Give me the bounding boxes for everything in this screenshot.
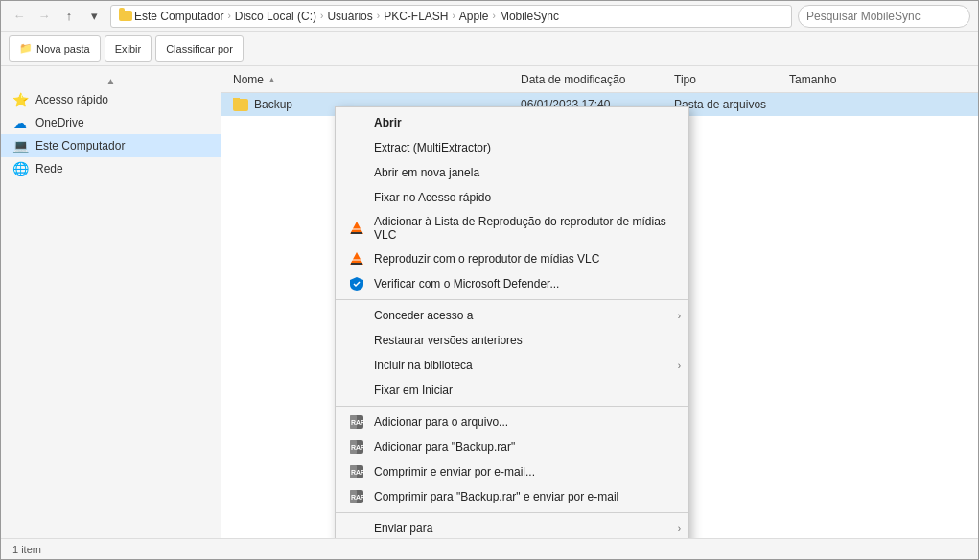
ctx-item-extract[interactable]: Extract (MultiExtractor) <box>336 135 688 160</box>
ctx-item-add-archive[interactable]: RAR Adicionar para o arquivo... <box>336 409 688 434</box>
ctx-item-vlc-add[interactable]: Adicionar à Lista de Reprodução do repro… <box>336 210 688 246</box>
ctx-label-vlc-play: Reproduzir com o reprodutor de mídias VL… <box>374 252 599 266</box>
ctx-label-open: Abrir <box>374 116 402 129</box>
svg-text:RAR: RAR <box>351 469 364 476</box>
ctx-arrow-grant-access: › <box>678 311 681 321</box>
ctx-label-pin-quick-access: Fixar no Acesso rápido <box>374 191 491 204</box>
sort-button[interactable]: Classificar por <box>155 35 244 62</box>
folder-icon <box>233 99 248 111</box>
svg-rect-4 <box>352 259 361 261</box>
ctx-item-open-new-window[interactable]: Abrir em nova janela <box>336 160 688 185</box>
view-button[interactable]: Exibir <box>105 35 152 62</box>
ctx-item-vlc-play[interactable]: Reproduzir com o reprodutor de mídias VL… <box>336 246 688 271</box>
ctx-item-grant-access[interactable]: Conceder acesso a› <box>336 303 688 328</box>
svg-text:RAR: RAR <box>351 419 364 426</box>
ctx-icon-vlc-add <box>347 221 366 236</box>
svg-text:RAR: RAR <box>351 494 364 501</box>
main-content: ▲ ⭐ Acesso rápido ☁ OneDrive 💻 Este Comp… <box>1 66 978 538</box>
file-explorer-window: ← → ↑ ▾ Este Computador › Disco Local (C… <box>0 0 979 560</box>
ctx-item-include-library[interactable]: Incluir na biblioteca› <box>336 353 688 378</box>
file-area: Nome ▲ Data de modificação Tipo Tamanho <box>221 66 978 538</box>
ctx-icon-include-library <box>347 358 366 373</box>
breadcrumb-item-1[interactable]: Disco Local (C:) <box>235 10 316 23</box>
ctx-label-restore-versions: Restaurar versões anteriores <box>374 334 523 347</box>
ctx-icon-compress-email: RAR <box>347 464 366 479</box>
ctx-item-pin-quick-access[interactable]: Fixar no Acesso rápido <box>336 185 688 210</box>
ctx-item-send-to[interactable]: Enviar para› <box>336 516 688 538</box>
col-header-date[interactable]: Data de modificação <box>513 66 666 92</box>
ctx-item-add-backup-rar[interactable]: RAR Adicionar para "Backup.rar" <box>336 434 688 459</box>
ctx-item-compress-backup-email[interactable]: RAR Comprimir para "Backup.rar" e enviar… <box>336 484 688 509</box>
ctx-icon-add-archive: RAR <box>347 414 366 430</box>
ctx-item-restore-versions[interactable]: Restaurar versões anteriores <box>336 328 688 353</box>
sidebar-item-label: Este Computador <box>35 139 125 152</box>
col-header-type[interactable]: Tipo <box>666 66 781 92</box>
sidebar-item-label: OneDrive <box>35 116 84 129</box>
svg-text:RAR: RAR <box>351 444 364 451</box>
ctx-label-add-archive: Adicionar para o arquivo... <box>374 415 508 429</box>
sidebar: ▲ ⭐ Acesso rápido ☁ OneDrive 💻 Este Comp… <box>1 66 221 538</box>
sidebar-item-label: Rede <box>35 162 63 175</box>
ctx-icon-open <box>347 115 366 130</box>
sidebar-item-this-computer[interactable]: 💻 Este Computador <box>1 134 221 157</box>
forward-button[interactable]: → <box>34 6 55 27</box>
breadcrumb-sep-4: › <box>493 11 496 21</box>
breadcrumb-item-0[interactable]: Este Computador <box>134 10 223 23</box>
sidebar-item-quick-access[interactable]: ⭐ Acesso rápido <box>1 88 221 111</box>
ctx-label-send-to: Enviar para <box>374 522 432 535</box>
ctx-icon-add-backup-rar: RAR <box>347 439 366 455</box>
ctx-icon-defender <box>347 276 366 292</box>
nav-buttons: ← → ↑ ▾ <box>9 6 105 27</box>
breadcrumb-sep-2: › <box>377 11 380 21</box>
ctx-icon-pin-quick-access <box>347 190 366 205</box>
ctx-label-compress-backup-email: Comprimir para "Backup.rar" e enviar por… <box>374 490 618 503</box>
ctx-label-open-new-window: Abrir em nova janela <box>374 166 479 179</box>
ctx-icon-pin-start <box>347 383 366 398</box>
col-header-size[interactable]: Tamanho <box>781 66 877 92</box>
ctx-label-include-library: Incluir na biblioteca <box>374 359 473 372</box>
ctx-separator <box>336 299 688 300</box>
ctx-label-pin-start: Fixar em Iniciar <box>374 384 453 397</box>
ctx-item-defender[interactable]: Verificar com o Microsoft Defender... <box>336 271 688 296</box>
svg-rect-5 <box>351 263 362 265</box>
breadcrumb-item-4[interactable]: Apple <box>459 10 489 23</box>
quick-access-icon: ⭐ <box>12 92 28 107</box>
sidebar-item-onedrive[interactable]: ☁ OneDrive <box>1 111 221 134</box>
ctx-icon-compress-backup-email: RAR <box>347 489 366 504</box>
ctx-icon-restore-versions <box>347 333 366 348</box>
svg-rect-2 <box>351 232 362 234</box>
onedrive-icon: ☁ <box>12 115 28 130</box>
ctx-icon-vlc-play <box>347 251 366 267</box>
breadcrumb-item-2[interactable]: Usuários <box>327 10 372 23</box>
ctx-separator <box>336 406 688 407</box>
up-button[interactable]: ↑ <box>58 6 80 27</box>
sort-arrow: ▲ <box>268 75 276 84</box>
back-button[interactable]: ← <box>9 6 30 27</box>
breadcrumb-folder-icon <box>119 11 132 21</box>
ctx-icon-grant-access <box>347 308 366 323</box>
new-folder-icon: 📁 <box>19 42 33 55</box>
breadcrumb-sep-3: › <box>453 11 455 21</box>
breadcrumb[interactable]: Este Computador › Disco Local (C:) › Usu… <box>110 5 792 28</box>
context-menu: AbrirExtract (MultiExtractor)Abrir em no… <box>335 106 689 538</box>
column-headers: Nome ▲ Data de modificação Tipo Tamanho <box>221 66 978 93</box>
ctx-label-extract: Extract (MultiExtractor) <box>374 141 491 154</box>
search-input[interactable] <box>798 5 970 28</box>
ctx-label-defender: Verificar com o Microsoft Defender... <box>374 277 559 291</box>
sidebar-scroll-top: ▲ <box>1 74 221 88</box>
recent-button[interactable]: ▾ <box>83 6 105 27</box>
sidebar-item-network[interactable]: 🌐 Rede <box>1 157 221 180</box>
ctx-label-vlc-add: Adicionar à Lista de Reprodução do repro… <box>374 215 669 242</box>
breadcrumb-item-3[interactable]: PKC-FLASH <box>384 10 448 23</box>
statusbar: 1 item <box>1 538 978 559</box>
col-header-name[interactable]: Nome ▲ <box>225 66 513 92</box>
ctx-item-compress-email[interactable]: RAR Comprimir e enviar por e-mail... <box>336 459 688 484</box>
new-folder-button[interactable]: 📁 Nova pasta <box>9 35 101 62</box>
ctx-item-pin-start[interactable]: Fixar em Iniciar <box>336 378 688 403</box>
sidebar-item-label: Acesso rápido <box>35 93 108 106</box>
breadcrumb-item-5[interactable]: MobileSync <box>500 10 559 23</box>
toolbar: 📁 Nova pasta Exibir Classificar por <box>1 32 978 66</box>
ctx-arrow-send-to: › <box>678 524 681 534</box>
ctx-icon-open-new-window <box>347 165 366 180</box>
ctx-item-open[interactable]: Abrir <box>336 110 688 135</box>
